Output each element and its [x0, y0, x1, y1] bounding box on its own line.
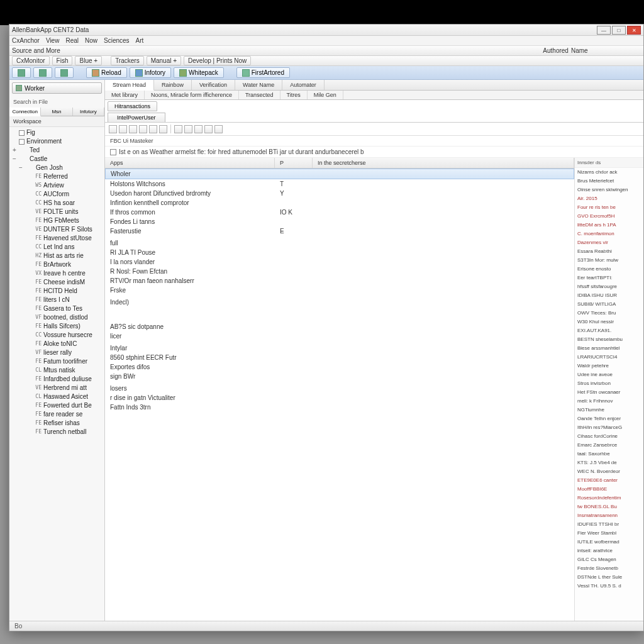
- tree-node[interactable]: VFbootned, distlod: [11, 313, 103, 322]
- maximize-button[interactable]: □: [612, 26, 626, 35]
- tool-button[interactable]: CxMonitor: [12, 56, 50, 65]
- sidebar-tab[interactable]: Msn: [41, 108, 72, 116]
- list-item[interactable]: Rosesordndefentim: [575, 494, 643, 502]
- tool-icon[interactable]: [204, 125, 213, 133]
- tab[interactable]: Rainbow: [154, 80, 192, 90]
- menu-item[interactable]: Art: [136, 37, 144, 44]
- tab[interactable]: Stream Head: [105, 80, 154, 91]
- list-item[interactable]: Stros invisrbon: [575, 379, 643, 388]
- list-item[interactable]: meli: k Frihnnov: [575, 397, 643, 406]
- tool-icon[interactable]: [129, 125, 137, 133]
- tree-node[interactable]: CCHS ha soar: [11, 199, 103, 208]
- tab[interactable]: Met library: [105, 91, 145, 99]
- list-item[interactable]: IthH/in res?MiarceG: [575, 423, 643, 432]
- table-row[interactable]: Holstons WitchsonsT: [105, 179, 574, 189]
- list-item[interactable]: NGTiumnhe: [575, 406, 643, 414]
- tab[interactable]: Mile Gen: [308, 91, 343, 99]
- ribbon-button[interactable]: Whitepack: [174, 67, 224, 78]
- tree-node[interactable]: FEInfardbed duliuse: [11, 375, 103, 384]
- ribbon-button[interactable]: Infotory: [130, 67, 171, 78]
- table-row[interactable]: If thros commonIO K: [105, 208, 574, 217]
- list-item[interactable]: S3T3In Mor: mulw: [575, 256, 643, 265]
- list-item[interactable]: Eer teartTBPTI:: [575, 274, 643, 282]
- list-item[interactable]: KTS: J.5 Vbe4 de: [575, 458, 643, 467]
- tool-icon[interactable]: [139, 125, 147, 133]
- tool-icon[interactable]: [149, 125, 157, 133]
- list-item[interactable]: Emarc Zansebrce: [575, 441, 643, 450]
- tree-node[interactable]: CLMtus natisk: [11, 366, 103, 375]
- tree-node[interactable]: VFlieser rally: [11, 348, 103, 357]
- sub-tab[interactable]: IntelPowerUser: [108, 113, 165, 122]
- menu-item[interactable]: CxAnchor: [12, 37, 40, 44]
- list-item[interactable]: intseil: arathrice: [575, 547, 643, 555]
- list-item[interactable]: Brus Meteriefcet: [575, 177, 643, 186]
- column-header[interactable]: In the secretcherse: [313, 158, 574, 168]
- tool-icon[interactable]: [109, 125, 117, 133]
- list-item[interactable]: W30 Khul nessir: [575, 318, 643, 326]
- table-row[interactable]: Indecl): [105, 297, 574, 307]
- ribbon-button[interactable]: [12, 67, 31, 78]
- worker-button[interactable]: Worker: [12, 82, 102, 94]
- tree-node[interactable]: −Gen Josh: [11, 164, 103, 172]
- table-row[interactable]: FasterustieE: [105, 226, 574, 236]
- ribbon-button[interactable]: Reload: [86, 67, 127, 78]
- list-item[interactable]: Four re ris ten be: [575, 203, 643, 212]
- list-item[interactable]: Insmatransamenn: [575, 511, 643, 520]
- document-tab[interactable]: Hitransactions: [108, 101, 157, 111]
- tab[interactable]: Water Name: [235, 80, 282, 90]
- list-item[interactable]: litteDM ars h 1PA: [575, 221, 643, 230]
- tree-node[interactable]: WSArtview: [11, 181, 103, 190]
- table-row[interactable]: AB?S sic dotpanne: [105, 322, 574, 331]
- tree-node[interactable]: FEHG FbMeets: [11, 216, 103, 225]
- table-row[interactable]: Infintion kennthell comprotor: [105, 198, 574, 208]
- tree-node[interactable]: FEFatum toorlifner: [11, 357, 103, 366]
- tree-node[interactable]: Fig: [11, 128, 103, 137]
- list-item[interactable]: Fier Weer Stambl: [575, 529, 643, 538]
- tool-button[interactable]: Develop | Prints Now: [184, 56, 251, 65]
- list-item[interactable]: tw BONES.GL Bu: [575, 502, 643, 511]
- tree-node[interactable]: FEfare reader se: [11, 410, 103, 419]
- ribbon-button[interactable]: FirstArtored: [236, 67, 290, 78]
- tree-node[interactable]: CCVossure hursecre: [11, 331, 103, 340]
- tool-button[interactable]: Manual +: [147, 56, 181, 65]
- table-row[interactable]: Wholer: [105, 169, 574, 179]
- table-row[interactable]: RI JLA TI Pouse: [105, 248, 574, 257]
- tree-node[interactable]: FETurench netball: [11, 428, 103, 436]
- list-item[interactable]: Waldr petehre: [575, 362, 643, 370]
- menu-item[interactable]: View: [46, 37, 60, 44]
- tree-node[interactable]: FEAloke toNIC: [11, 340, 103, 348]
- tree-node[interactable]: CCAUCform: [11, 190, 103, 199]
- tree-node[interactable]: Environment: [11, 137, 103, 146]
- list-item[interactable]: taal: Saxorhbe: [575, 450, 643, 458]
- table-row[interactable]: licer: [105, 331, 574, 341]
- sidebar-tab[interactable]: Infotory: [73, 108, 104, 116]
- tree-node[interactable]: CLHaswaed Asicet: [11, 392, 103, 401]
- list-item[interactable]: Het FStn owcanaer: [575, 388, 643, 397]
- tree-node[interactable]: CCLet Ind ans: [11, 243, 103, 252]
- ribbon-button[interactable]: [33, 67, 52, 78]
- list-item[interactable]: Vessl TH. U9.5 S. d: [575, 582, 643, 591]
- tree-node[interactable]: FECheese indisM: [11, 278, 103, 287]
- tree-node[interactable]: FEHalls Sifcers): [11, 322, 103, 331]
- menu-item[interactable]: Sciences: [104, 37, 130, 44]
- list-item[interactable]: DSTNde L ther Sule: [575, 573, 643, 582]
- table-row[interactable]: Fattn Inds 3trn: [105, 402, 574, 412]
- tree-node[interactable]: FEGasera to Tes: [11, 304, 103, 313]
- list-item[interactable]: Udee ine aveoe: [575, 370, 643, 379]
- table-row[interactable]: r dise in gatn Victualiter: [105, 393, 574, 402]
- tree-node[interactable]: FEFowerted durt Be: [11, 401, 103, 410]
- tab[interactable]: Verification: [192, 80, 235, 90]
- tool-button[interactable]: Blue +: [75, 56, 102, 65]
- tree-node[interactable]: HZHist as arts rie: [11, 252, 103, 260]
- list-item[interactable]: OWV Tieces: Bru: [575, 309, 643, 318]
- tree-view[interactable]: FigEnvironment+Ted−Castle−Gen JoshFERefe…: [9, 127, 104, 630]
- tab[interactable]: Titres: [280, 91, 308, 99]
- tree-node[interactable]: −Castle: [11, 155, 103, 164]
- tree-node[interactable]: FERefiser ishas: [11, 419, 103, 428]
- list-item[interactable]: C. moenfanimon: [575, 230, 643, 238]
- tab[interactable]: Automater: [282, 80, 325, 90]
- list-item[interactable]: IUTILE wofbermad: [575, 538, 643, 547]
- tree-node[interactable]: VXIreave h centre: [11, 269, 103, 278]
- tree-node[interactable]: VEDUNTER F Silots: [11, 225, 103, 234]
- tab[interactable]: Transected: [239, 91, 280, 99]
